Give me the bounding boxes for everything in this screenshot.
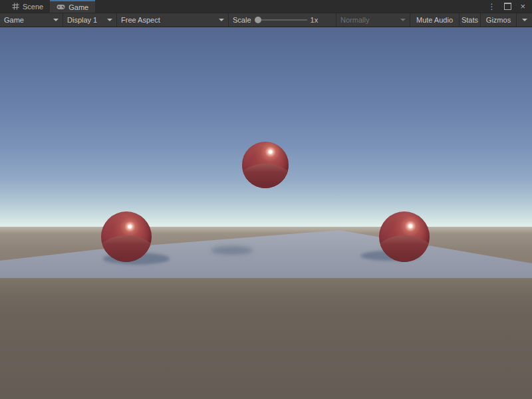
red-sphere-center — [242, 142, 289, 188]
scale-control: Scale 1x — [229, 13, 336, 27]
chevron-down-icon — [107, 19, 112, 21]
chevron-down-icon — [219, 19, 224, 21]
tab-game[interactable]: Game — [50, 0, 95, 13]
gamepad-icon — [57, 4, 65, 10]
chevron-down-icon — [53, 19, 59, 21]
play-mode-label: Normally — [340, 16, 369, 24]
scale-slider-track[interactable] — [261, 19, 307, 21]
chevron-down-icon — [522, 19, 527, 21]
tab-scene-label: Scene — [23, 3, 43, 11]
display-dropdown[interactable]: Display 1 — [63, 13, 117, 27]
window-controls: ⋮ × — [487, 0, 532, 13]
stats-button[interactable]: Stats — [460, 13, 481, 27]
display-label: Display 1 — [67, 16, 97, 24]
unity-game-panel: Scene Game ⋮ × Game Display 1 Free Aspec… — [0, 0, 532, 399]
close-icon[interactable]: × — [520, 2, 525, 11]
scale-slider[interactable] — [255, 17, 307, 23]
scale-label: Scale — [233, 16, 251, 24]
tab-scene[interactable]: Scene — [5, 0, 50, 13]
red-sphere-left — [101, 211, 152, 262]
aspect-ratio-dropdown[interactable]: Free Aspect — [117, 13, 229, 27]
panel-menu-icon[interactable]: ⋮ — [487, 3, 495, 11]
panel-tab-bar: Scene Game ⋮ × — [0, 0, 532, 13]
stats-label: Stats — [462, 16, 478, 24]
view-mode-label: Game — [4, 16, 24, 24]
mute-audio-button[interactable]: Mute Audio — [410, 13, 460, 27]
gizmos-label: Gizmos — [486, 16, 511, 24]
center-sphere-shadow — [211, 246, 253, 255]
scale-slider-knob[interactable] — [255, 17, 261, 23]
scene-grid-icon — [12, 3, 19, 10]
chevron-down-icon — [400, 19, 406, 21]
red-sphere-right — [379, 211, 430, 262]
play-mode-dropdown[interactable]: Normally — [336, 13, 410, 27]
gizmos-button[interactable]: Gizmos — [481, 13, 517, 27]
game-view-toolbar: Game Display 1 Free Aspect Scale 1x Norm… — [0, 13, 532, 27]
aspect-label: Free Aspect — [121, 16, 160, 24]
gizmos-dropdown[interactable] — [517, 13, 532, 27]
tab-game-label: Game — [68, 3, 88, 11]
scale-value: 1x — [311, 16, 319, 24]
maximize-icon[interactable] — [504, 3, 511, 10]
mute-audio-label: Mute Audio — [416, 16, 453, 24]
game-viewport[interactable] — [0, 27, 532, 399]
view-mode-dropdown[interactable]: Game — [0, 13, 63, 27]
